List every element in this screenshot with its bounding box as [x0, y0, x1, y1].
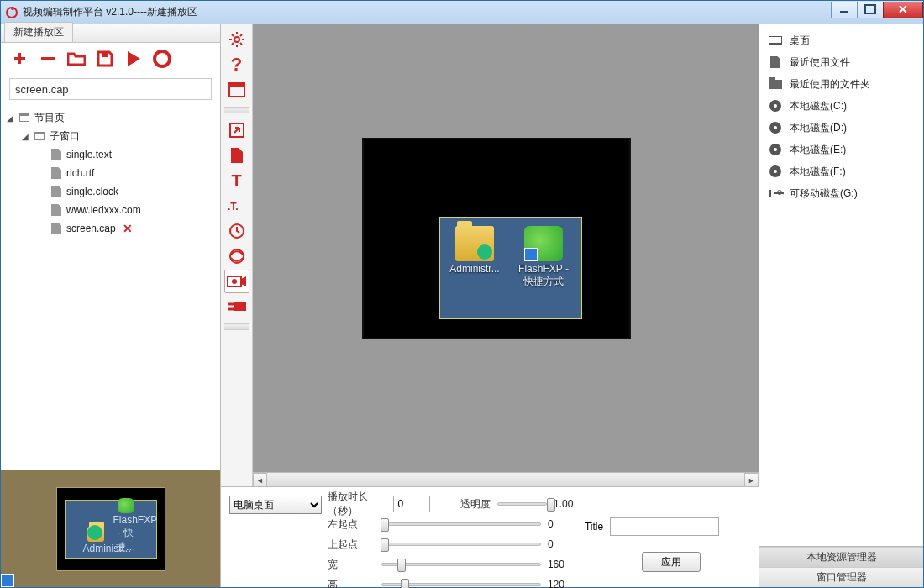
svg-point-2 [155, 51, 170, 66]
newdoc-tool-icon[interactable] [224, 144, 249, 167]
left-slider[interactable] [381, 522, 541, 526]
text-tool-icon[interactable]: T [224, 169, 249, 192]
left-tabstrip: 新建播放区 [1, 24, 220, 43]
duration-label: 播放时长（秒） [324, 490, 387, 518]
svg-rect-12 [234, 302, 246, 311]
file-icon [50, 148, 63, 161]
svg-rect-0 [41, 57, 55, 60]
top-slider[interactable] [381, 543, 541, 546]
disk-icon [768, 165, 783, 178]
capture-tool-icon[interactable] [224, 270, 249, 293]
tree-item[interactable]: rich.rtf [4, 164, 217, 182]
help-tool-icon[interactable]: ? [224, 53, 249, 76]
search-input[interactable] [9, 78, 212, 100]
project-tree[interactable]: ◢ 节目页 ◢ 子窗口 single.text rich.rtf [1, 105, 220, 470]
delete-icon[interactable]: ✕ [123, 222, 133, 235]
tree-item[interactable]: single.text [4, 145, 217, 164]
source-select[interactable]: 电脑桌面 [229, 496, 322, 514]
app-window: 视频编辑制作平台 v2.1.0----新建播放区 新建播放区 [0, 0, 924, 588]
thumb-icon: Administ… [83, 527, 108, 554]
page-icon [18, 111, 31, 124]
location-recent-files[interactable]: 最近使用文件 [763, 51, 920, 73]
maximize-button[interactable] [857, 2, 884, 18]
richtext-tool-icon[interactable]: .T. [224, 194, 249, 218]
file-icon [50, 203, 63, 217]
window-icon [33, 129, 46, 143]
properties-panel: 电脑桌面 播放时长（秒） 透明度 1.00 左起点 [221, 486, 759, 587]
height-slider[interactable] [381, 583, 541, 586]
tool-separator [224, 107, 249, 113]
width-label: 宽 [324, 558, 375, 572]
tab-window-manager[interactable]: 窗口管理器 [759, 567, 923, 587]
scroll-left-icon[interactable]: ◄ [253, 473, 267, 487]
location-disk-c[interactable]: 本地磁盘(C:) [763, 95, 920, 117]
tool-tower: ? T .T. [221, 24, 253, 486]
tree-root[interactable]: ◢ 节目页 [4, 108, 217, 127]
monitor-icon [768, 34, 783, 47]
web-tool-icon[interactable] [224, 244, 249, 268]
tree-child-window[interactable]: ◢ 子窗口 [4, 127, 217, 145]
minimize-button[interactable] [831, 2, 858, 18]
left-panel: 新建播放区 ◢ 节目页 ◢ [1, 24, 221, 587]
height-value: 120 [548, 579, 585, 588]
expand-icon[interactable]: ◢ [4, 113, 16, 123]
left-label: 左起点 [324, 517, 375, 532]
close-button[interactable] [883, 2, 923, 18]
record-button[interactable] [152, 49, 172, 69]
save-button[interactable] [95, 49, 115, 69]
right-panel: 桌面 最近使用文件 最近使用的文件夹 本地磁盘(C:) 本地磁盘(D:) 本地磁… [759, 24, 923, 587]
apply-button[interactable]: 应用 [642, 552, 701, 572]
tree-item[interactable]: single.clock [4, 182, 217, 201]
tree-root-label: 节目页 [34, 111, 65, 125]
play-button[interactable] [123, 49, 144, 69]
add-button[interactable] [9, 49, 29, 69]
program-tool-icon[interactable] [224, 78, 249, 102]
tree-item[interactable]: www.ledxxx.com [4, 201, 217, 219]
top-label: 上起点 [324, 538, 375, 552]
thumb-icon: FlashFXP - 快捷… [113, 498, 139, 554]
export-tool-icon[interactable] [224, 118, 249, 142]
plugin-tool-icon[interactable] [224, 295, 249, 318]
clock-tool-icon[interactable] [224, 219, 249, 243]
location-disk-e[interactable]: 本地磁盘(E:) [763, 139, 920, 160]
disk-icon [768, 143, 783, 156]
left-value: 0 [548, 518, 585, 530]
opacity-label: 透明度 [457, 497, 491, 512]
file-icon [50, 166, 63, 180]
location-desktop[interactable]: 桌面 [763, 29, 920, 51]
tree-item-label: www.ledxxx.com [66, 204, 141, 216]
document-icon [768, 55, 783, 69]
tree-item-label: screen.cap [66, 223, 116, 234]
location-disk-f[interactable]: 本地磁盘(F:) [763, 160, 920, 182]
location-removable-g[interactable]: 可移动磁盘(G:) [763, 182, 920, 204]
canvas[interactable]: Administr... FlashFXP - 快捷方式 [253, 24, 759, 472]
scroll-right-icon[interactable]: ► [744, 473, 759, 487]
remove-button[interactable] [38, 49, 58, 69]
title-input[interactable] [610, 517, 719, 536]
width-value: 160 [548, 559, 585, 570]
duration-input[interactable] [393, 496, 430, 512]
right-tabs: 本地资源管理器 窗口管理器 [759, 546, 923, 587]
tab-local-explorer[interactable]: 本地资源管理器 [759, 547, 923, 567]
expand-icon[interactable]: ◢ [19, 132, 31, 141]
location-recent-folders[interactable]: 最近使用的文件夹 [763, 73, 920, 95]
horizontal-scrollbar[interactable]: ◄ ► [253, 472, 759, 486]
center-panel: ? T .T. [221, 24, 759, 587]
opacity-slider[interactable] [497, 502, 547, 506]
location-disk-d[interactable]: 本地磁盘(D:) [763, 117, 920, 139]
open-button[interactable] [66, 49, 87, 69]
usb-icon [768, 186, 783, 200]
tree-item-selected[interactable]: screen.cap ✕ [4, 219, 217, 238]
width-slider[interactable] [381, 563, 541, 566]
desktop-icon-flashfxp: FlashFXP - 快捷方式 [514, 226, 573, 318]
capture-region[interactable]: Administr... FlashFXP - 快捷方式 [439, 217, 582, 319]
tree-child-label: 子窗口 [50, 129, 80, 144]
tab-new-playzone[interactable]: 新建播放区 [4, 22, 73, 42]
disk-icon [768, 121, 783, 134]
desktop-icon-folder: Administr... [445, 226, 504, 318]
tool-separator [224, 323, 249, 330]
settings-tool-icon[interactable] [224, 28, 249, 51]
opacity-value: 1.00 [554, 498, 585, 510]
stage[interactable]: Administr... FlashFXP - 快捷方式 [362, 138, 631, 339]
height-label: 高 [324, 578, 375, 589]
